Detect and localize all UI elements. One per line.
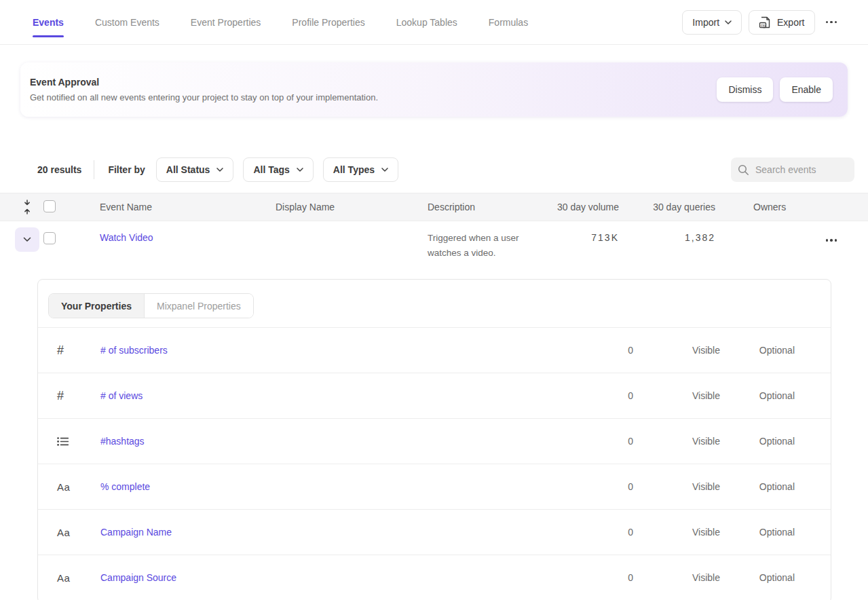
tab-custom-events[interactable]: Custom Events (95, 0, 159, 45)
lexicon-events-page: Events Custom Events Event Properties Pr… (0, 0, 868, 600)
text-type-icon: Aa (57, 572, 100, 584)
row-more-options-icon[interactable] (822, 235, 842, 246)
tab-formulas[interactable]: Formulas (489, 0, 528, 45)
enable-button[interactable]: Enable (780, 77, 833, 102)
search-box (731, 157, 854, 182)
column-header-queries[interactable]: 30 day queries (619, 202, 715, 212)
import-button-label: Import (692, 17, 719, 28)
property-count: 0 (565, 572, 633, 583)
event-description: Triggered when a user watches a video. (428, 231, 531, 260)
property-row: Aa % complete 0 Visible Optional (38, 464, 831, 509)
property-name-link[interactable]: % complete (100, 481, 565, 492)
property-requirement: Optional (720, 572, 795, 583)
text-type-icon: Aa (57, 527, 100, 538)
property-visibility: Visible (633, 527, 720, 538)
tab-mixpanel-properties[interactable]: Mixpanel Properties (145, 294, 253, 318)
column-header-description[interactable]: Description (410, 202, 539, 212)
top-actions: Import csv Export (682, 10, 841, 35)
tab-event-properties[interactable]: Event Properties (191, 0, 261, 45)
tab-events[interactable]: Events (33, 0, 64, 45)
import-button[interactable]: Import (682, 10, 742, 35)
column-header-owners[interactable]: Owners (715, 202, 816, 212)
property-row: #hashtags 0 Visible Optional (38, 418, 831, 464)
search-icon (738, 164, 749, 176)
event-queries: 1,382 (619, 231, 715, 243)
chevron-down-icon (297, 168, 303, 172)
property-count: 0 (565, 390, 633, 401)
properties-panel-header: Your Properties Mixpanel Properties (38, 280, 831, 327)
svg-text:csv: csv (761, 23, 767, 27)
event-row-watch-video: Watch Video Triggered when a user watche… (0, 221, 868, 272)
banner-subtitle: Get notified on all new events entering … (30, 92, 378, 102)
property-count: 0 (565, 527, 633, 538)
property-row: Aa Campaign Source 0 Visible Optional (38, 555, 831, 600)
property-requirement: Optional (720, 436, 795, 447)
column-header-event-name[interactable]: Event Name (81, 202, 258, 212)
list-type-icon (57, 436, 100, 447)
property-visibility: Visible (633, 390, 720, 401)
event-approval-banner: Event Approval Get notified on all new e… (20, 62, 848, 117)
column-header-display-name[interactable]: Display Name (258, 202, 410, 212)
banner-actions: Dismiss Enable (717, 77, 833, 102)
properties-panel: Your Properties Mixpanel Properties # # … (37, 279, 831, 600)
tags-filter-label: All Tags (253, 164, 289, 175)
number-type-icon: # (57, 389, 100, 403)
banner-text: Event Approval Get notified on all new e… (30, 77, 378, 102)
export-button-label: Export (777, 17, 804, 28)
text-type-icon: Aa (57, 481, 100, 493)
tab-profile-properties[interactable]: Profile Properties (292, 0, 364, 45)
filter-row: 20 results Filter by All Status All Tags… (37, 157, 854, 182)
filter-by-label: Filter by (108, 164, 145, 175)
property-requirement: Optional (720, 345, 795, 356)
select-all-checkbox[interactable] (43, 200, 56, 212)
property-row: Aa Campaign Name 0 Visible Optional (38, 509, 831, 555)
more-options-icon[interactable] (822, 17, 842, 28)
status-filter-label: All Status (166, 164, 210, 175)
property-visibility: Visible (633, 436, 720, 447)
nav-tabs: Events Custom Events Event Properties Pr… (33, 0, 528, 45)
tab-your-properties[interactable]: Your Properties (49, 294, 145, 318)
tab-lookup-tables[interactable]: Lookup Tables (396, 0, 457, 45)
banner-title: Event Approval (30, 77, 378, 88)
property-name-link[interactable]: Campaign Name (100, 527, 565, 538)
column-header-volume[interactable]: 30 day volume (539, 202, 619, 212)
results-count: 20 results (37, 164, 81, 175)
event-name-link[interactable]: Watch Video (81, 231, 258, 243)
property-name-link[interactable]: #hashtags (100, 436, 565, 447)
export-button[interactable]: csv Export (749, 10, 814, 35)
property-name-link[interactable]: # of views (100, 390, 565, 401)
property-visibility: Visible (633, 572, 720, 583)
property-requirement: Optional (720, 527, 795, 538)
csv-file-icon: csv (759, 16, 772, 29)
search-input[interactable] (755, 164, 844, 175)
property-name-link[interactable]: # of subscribers (100, 345, 565, 356)
property-row: # # of views 0 Visible Optional (38, 373, 831, 418)
chevron-down-icon (216, 168, 223, 172)
collapse-all-icon (23, 200, 31, 214)
property-row: # # of subscribers 0 Visible Optional (38, 327, 831, 373)
property-requirement: Optional (720, 390, 795, 401)
status-filter-dropdown[interactable]: All Status (156, 157, 234, 182)
property-count: 0 (565, 345, 633, 356)
table-header: Event Name Display Name Description 30 d… (0, 193, 868, 221)
types-filter-dropdown[interactable]: All Types (323, 157, 398, 182)
property-requirement: Optional (720, 481, 795, 492)
properties-tabs: Your Properties Mixpanel Properties (48, 293, 254, 318)
property-visibility: Visible (633, 481, 720, 492)
property-count: 0 (565, 436, 633, 447)
types-filter-label: All Types (333, 164, 375, 175)
chevron-down-icon (381, 168, 388, 172)
property-count: 0 (565, 481, 633, 492)
chevron-down-icon (725, 20, 732, 24)
event-volume: 713K (539, 231, 619, 243)
dismiss-button[interactable]: Dismiss (717, 77, 773, 102)
chevron-down-icon (23, 237, 31, 242)
row-checkbox[interactable] (43, 232, 56, 244)
tags-filter-dropdown[interactable]: All Tags (243, 157, 313, 182)
property-name-link[interactable]: Campaign Source (100, 572, 565, 583)
collapse-all-button[interactable] (11, 200, 43, 214)
collapse-row-button[interactable] (15, 227, 39, 252)
number-type-icon: # (57, 343, 100, 358)
top-nav-bar: Events Custom Events Event Properties Pr… (0, 0, 868, 45)
property-visibility: Visible (633, 345, 720, 356)
